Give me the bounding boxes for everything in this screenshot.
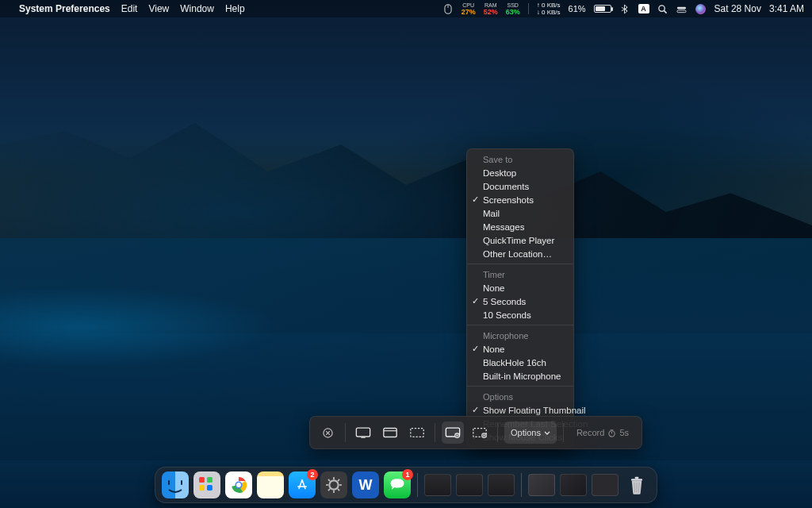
svg-rect-22	[207, 477, 213, 483]
stat-ram[interactable]: RAM 52%	[484, 2, 498, 15]
options-section-title: Microphone	[467, 329, 573, 342]
menu-divider	[467, 386, 573, 387]
options-menu-item[interactable]: None	[467, 342, 573, 356]
dock-appstore-icon[interactable]: 2	[289, 471, 316, 498]
menu-edit[interactable]: Edit	[121, 3, 138, 14]
menu-view[interactable]: View	[148, 3, 169, 14]
mouse-indicator-icon[interactable]	[442, 3, 454, 14]
svg-line-3	[664, 10, 666, 13]
dock-stack-2[interactable]	[560, 474, 587, 496]
chevron-down-icon	[544, 431, 550, 435]
menu-bar: System Preferences Edit View Window Help…	[0, 0, 812, 17]
capture-entire-screen-button[interactable]	[352, 421, 374, 444]
screenshot-toolbar: Options Record 5s	[309, 416, 642, 449]
messages-badge: 1	[402, 469, 413, 480]
options-button[interactable]: Options	[504, 421, 557, 444]
svg-point-27	[236, 483, 241, 487]
options-menu-item[interactable]: Screenshots	[467, 193, 573, 206]
svg-rect-23	[199, 485, 205, 491]
dock-notes-icon[interactable]	[257, 471, 284, 498]
dock-finder-icon[interactable]	[162, 471, 189, 498]
options-menu-item[interactable]: BlackHole 16ch	[467, 356, 573, 369]
options-menu-item[interactable]: 10 Seconds	[467, 308, 573, 321]
dock-word-icon[interactable]: W	[352, 471, 379, 498]
appstore-badge: 2	[307, 469, 318, 480]
dock-messages-icon[interactable]: 1	[384, 471, 411, 498]
close-button[interactable]	[316, 421, 339, 444]
options-menu-item[interactable]: Mail	[467, 206, 573, 220]
spotlight-icon[interactable]	[657, 3, 668, 14]
svg-line-35	[338, 479, 339, 481]
record-selection-button[interactable]	[469, 421, 491, 444]
svg-rect-8	[361, 437, 365, 437]
capture-selection-button[interactable]	[406, 421, 428, 444]
options-menu-item[interactable]: Desktop	[467, 166, 573, 179]
dock-minimized-window-2[interactable]	[456, 474, 483, 496]
svg-rect-5	[677, 10, 686, 12]
dock-stack-3[interactable]	[592, 474, 619, 496]
options-menu-item[interactable]: Other Location…	[467, 247, 573, 260]
record-button[interactable]: Record 5s	[570, 421, 635, 444]
menu-divider	[467, 325, 573, 325]
svg-rect-21	[199, 477, 205, 483]
dock-launchpad-icon[interactable]	[193, 471, 220, 498]
control-center-icon[interactable]	[676, 3, 688, 14]
options-menu-item[interactable]: QuickTime Player	[467, 233, 573, 247]
svg-line-34	[338, 489, 339, 491]
menu-window[interactable]: Window	[180, 3, 214, 14]
svg-rect-38	[635, 477, 639, 479]
options-menu-item[interactable]: Show Floating Thumbnail	[467, 403, 573, 417]
dock-chrome-icon[interactable]	[225, 471, 252, 498]
svg-point-17	[483, 435, 485, 437]
svg-point-14	[456, 435, 458, 437]
menubar-time[interactable]: 3:41 AM	[769, 3, 804, 14]
svg-rect-4	[677, 6, 686, 9]
battery-icon[interactable]	[594, 5, 611, 13]
timer-icon	[607, 429, 616, 437]
menu-divider	[467, 264, 573, 264]
options-section-title: Save to	[467, 152, 573, 166]
svg-rect-11	[411, 429, 423, 437]
options-menu-item[interactable]: None	[467, 281, 573, 294]
dock-minimized-window-3[interactable]	[488, 474, 515, 496]
options-section-title: Timer	[467, 267, 573, 281]
svg-point-2	[659, 5, 665, 10]
bluetooth-icon[interactable]	[619, 3, 630, 14]
capture-window-button[interactable]	[379, 421, 401, 444]
dock-stack-1[interactable]	[528, 474, 555, 496]
app-name[interactable]: System Preferences	[19, 3, 110, 14]
stat-ssd[interactable]: SSD 63%	[506, 2, 520, 15]
svg-rect-9	[384, 429, 396, 437]
dock-minimized-window-1[interactable]	[424, 474, 451, 496]
siri-icon[interactable]	[695, 3, 707, 14]
svg-point-28	[329, 480, 338, 489]
dock: 2 W 1	[155, 467, 657, 503]
stat-cpu[interactable]: CPU 27%	[462, 2, 476, 15]
dock-trash-icon[interactable]	[623, 471, 650, 498]
dock-separator	[417, 473, 418, 497]
screenshot-options-menu: Save toDesktopDocumentsScreenshotsMailMe…	[466, 148, 574, 448]
svg-rect-24	[207, 485, 213, 491]
dock-separator-2	[521, 473, 522, 497]
record-entire-screen-button[interactable]	[442, 421, 464, 444]
input-source-icon[interactable]: A	[638, 4, 649, 13]
options-menu-item[interactable]: 5 Seconds	[467, 294, 573, 308]
svg-rect-37	[631, 479, 642, 480]
dock-system-preferences-icon[interactable]	[320, 471, 347, 498]
svg-rect-7	[356, 428, 370, 437]
options-section-title: Options	[467, 390, 573, 403]
svg-line-33	[328, 479, 330, 481]
stat-network[interactable]: ↑ 0 KB/s ↓ 0 KB/s	[537, 2, 561, 16]
menubar-date[interactable]: Sat 28 Nov	[714, 3, 761, 14]
svg-line-36	[328, 489, 330, 491]
options-menu-item[interactable]: Built-in Microphone	[467, 369, 573, 383]
menu-help[interactable]: Help	[225, 3, 245, 14]
battery-percent: 61%	[569, 4, 586, 13]
options-menu-item[interactable]: Messages	[467, 220, 573, 233]
options-menu-item[interactable]: Documents	[467, 179, 573, 193]
